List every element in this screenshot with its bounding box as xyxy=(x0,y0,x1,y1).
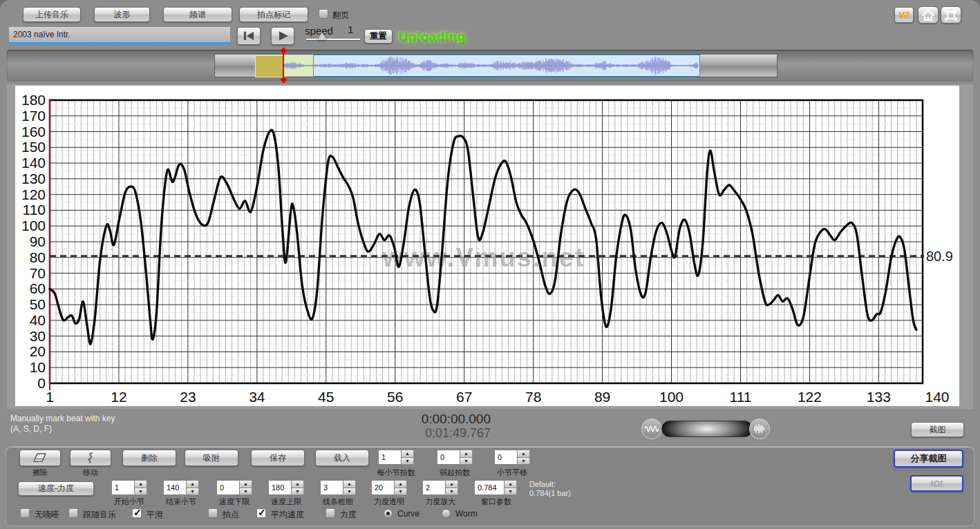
spin-up-button[interactable]: ▲ xyxy=(135,480,147,488)
upload-music-button[interactable]: 上传音乐 xyxy=(23,7,81,22)
waveform-loud-icon xyxy=(752,423,767,435)
beats-per-bar-input[interactable] xyxy=(378,450,402,465)
tempo-chart-plot-area[interactable]: www.Vmus.net80.9010203040506070809010011… xyxy=(15,86,959,406)
spin-down-button[interactable]: ▼ xyxy=(460,458,473,465)
follow-music-checkbox[interactable] xyxy=(68,508,78,518)
line-width-input[interactable] xyxy=(320,480,343,495)
spin-down-button[interactable]: ▼ xyxy=(135,488,147,496)
window-param-input[interactable] xyxy=(474,480,505,495)
smooth-checkbox[interactable] xyxy=(132,508,142,518)
dynamics-opacity-spinner[interactable]: ▲▼ xyxy=(371,480,407,495)
y-tick-label: 90 xyxy=(30,233,46,249)
spin-down-button[interactable]: ▼ xyxy=(518,458,530,465)
spin-down-button[interactable]: ▼ xyxy=(395,488,407,496)
ioi-button[interactable]: IOI xyxy=(910,475,963,492)
spin-up-button[interactable]: ▲ xyxy=(402,450,414,458)
play-button[interactable] xyxy=(271,27,294,45)
spin-up-button[interactable]: ▲ xyxy=(446,480,458,488)
y-tick-label: 130 xyxy=(21,171,46,186)
bar-selection-block[interactable] xyxy=(255,55,285,77)
beat-mark-button[interactable]: 拍点标记 xyxy=(239,7,308,22)
window-param-default-line2: 0.784(1 bar) xyxy=(529,489,571,498)
spin-up-button[interactable]: ▲ xyxy=(505,480,517,488)
beat-points-checkbox[interactable] xyxy=(208,508,218,518)
curve-radio[interactable] xyxy=(384,509,393,518)
spin-down-button[interactable]: ▼ xyxy=(505,488,517,496)
reset-button[interactable]: 重置 xyxy=(364,29,393,44)
y-tick-label: 170 xyxy=(21,108,46,124)
save-button[interactable]: 保存 xyxy=(251,450,305,466)
dynamics-opacity-input[interactable] xyxy=(371,480,395,495)
spin-down-button[interactable]: ▼ xyxy=(292,488,304,496)
tempo-min-spinner[interactable]: ▲▼ xyxy=(216,480,252,495)
y-tick-label: 160 xyxy=(21,124,46,140)
line-width-spinner[interactable]: ▲▼ xyxy=(320,480,356,495)
load-button[interactable]: 载入 xyxy=(315,450,369,466)
beat-key-hint-line1: Manually mark beat with key xyxy=(10,414,115,423)
share-screenshot-button[interactable]: 分享截图 xyxy=(894,450,963,468)
speed-slider-thumb[interactable] xyxy=(317,32,327,40)
start-bar-spinner[interactable]: ▲▼ xyxy=(111,480,147,495)
spin-up-button[interactable]: ▲ xyxy=(240,480,252,488)
spin-up-button[interactable]: ▲ xyxy=(292,480,304,488)
x-tick-label: 12 xyxy=(111,389,126,405)
spin-up-button[interactable]: ▲ xyxy=(187,480,199,488)
speed-value: 1 xyxy=(348,23,353,35)
y-tick-label: 80 xyxy=(30,249,46,265)
spectrum-button[interactable]: 频谱 xyxy=(163,7,232,22)
volume-max-button[interactable] xyxy=(749,419,770,439)
pickup-beats-spinner[interactable]: ▲▼ xyxy=(437,450,473,465)
page-flip-checkbox[interactable] xyxy=(319,9,328,19)
track-name-input[interactable] xyxy=(8,26,231,44)
screenshot-button[interactable]: 截图 xyxy=(911,422,964,437)
bar-shift-spinner[interactable]: ▲▼ xyxy=(494,450,530,465)
beats-per-bar-spinner[interactable]: ▲▼ xyxy=(378,450,414,465)
dynamics-gain-input[interactable] xyxy=(422,480,446,495)
spin-up-button[interactable]: ▲ xyxy=(460,450,473,458)
no-tick-checkbox[interactable] xyxy=(20,508,30,518)
window-param-spinner[interactable]: ▲▼ xyxy=(474,480,517,495)
tempo-dynamics-mode-button[interactable]: 速度-力度 xyxy=(18,481,94,496)
end-bar-input[interactable] xyxy=(163,480,187,495)
v2-version-badge[interactable]: V2 xyxy=(894,7,914,23)
average-tempo-checkbox[interactable] xyxy=(256,508,266,518)
spin-down-button[interactable]: ▼ xyxy=(402,458,414,465)
dynamics-checkbox[interactable] xyxy=(326,508,335,518)
volume-slider[interactable] xyxy=(661,421,753,437)
waveform-strip[interactable] xyxy=(214,54,778,77)
pickup-beats-input[interactable] xyxy=(437,450,460,465)
move-button[interactable] xyxy=(70,450,111,466)
v2-label: V2 xyxy=(898,10,910,20)
bar-shift-input[interactable] xyxy=(494,450,518,465)
fullscreen-button[interactable] xyxy=(941,6,961,23)
spin-down-button[interactable]: ▼ xyxy=(446,488,458,496)
dynamics-gain-spinner[interactable]: ▲▼ xyxy=(422,480,458,495)
volume-min-button[interactable] xyxy=(641,419,662,439)
tempo-min-input[interactable] xyxy=(216,480,240,495)
spin-up-button[interactable]: ▲ xyxy=(343,480,356,488)
prev-button[interactable] xyxy=(237,27,261,45)
delete-button[interactable]: 删除 xyxy=(122,450,176,466)
smooth-label: 平滑 xyxy=(147,509,163,521)
snap-button[interactable]: 吸附 xyxy=(185,450,238,466)
average-tempo-label: 平均速度 xyxy=(271,509,304,521)
top-toolbar: 上传音乐 波形 频谱 拍点标记 翻页 V2 xyxy=(0,0,980,48)
spin-down-button[interactable]: ▼ xyxy=(240,488,252,496)
spin-up-button[interactable]: ▲ xyxy=(518,450,530,458)
end-bar-spinner[interactable]: ▲▼ xyxy=(163,480,199,495)
x-tick-label: 89 xyxy=(594,389,610,405)
waveform-overview-panel xyxy=(7,50,973,81)
spin-down-button[interactable]: ▼ xyxy=(343,488,356,496)
tempo-max-spinner[interactable]: ▲▼ xyxy=(268,480,304,495)
waveform-button[interactable]: 波形 xyxy=(94,7,150,22)
start-bar-input[interactable] xyxy=(111,480,135,495)
erase-button[interactable] xyxy=(19,450,61,466)
tempo-max-input[interactable] xyxy=(268,480,292,495)
y-tick-label: 60 xyxy=(30,280,46,296)
spin-up-button[interactable]: ▲ xyxy=(395,480,407,488)
worm-radio[interactable] xyxy=(442,509,451,518)
total-time-display: 0:01:49.767 xyxy=(387,426,491,441)
speed-slider-track[interactable] xyxy=(306,39,360,40)
spin-down-button[interactable]: ▼ xyxy=(187,488,199,496)
home-button[interactable] xyxy=(918,6,939,23)
